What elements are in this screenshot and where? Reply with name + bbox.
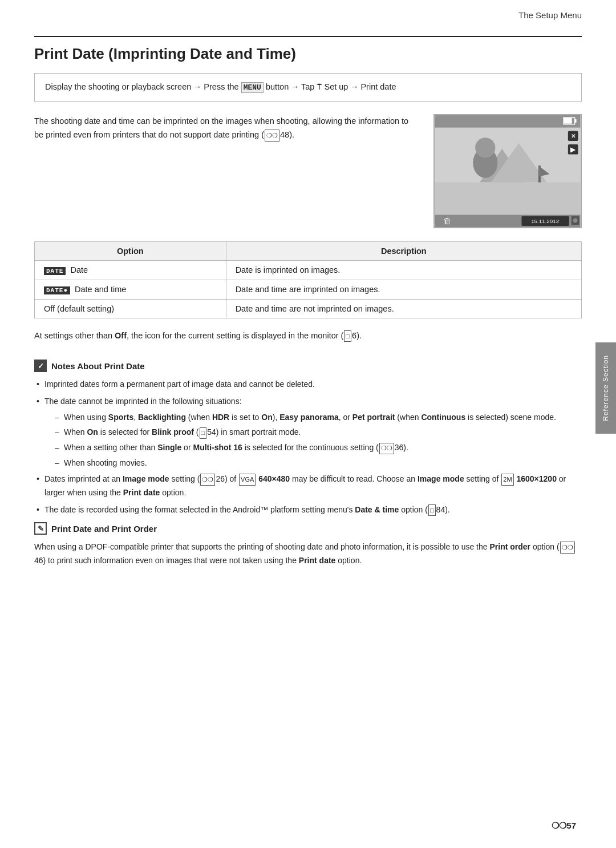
table-cell-desc: Date is imprinted on images.	[226, 260, 581, 280]
table-row: DATE Date Date is imprinted on images.	[35, 260, 582, 280]
list-item: The date cannot be imprinted in the foll…	[34, 395, 582, 469]
note-text: At settings other than Off, the icon for…	[34, 329, 582, 343]
svg-point-21	[573, 218, 578, 223]
notes-section: ✓ Notes About Print Date Imprinted dates…	[34, 360, 582, 568]
bullet-text: Imprinted dates form a permanent part of…	[44, 379, 315, 389]
notes-bullet-list: Imprinted dates form a permanent part of…	[34, 378, 582, 516]
sub-bullet-list: When using Sports, Backlighting (when HD…	[55, 411, 582, 469]
list-item: When shooting movies.	[55, 457, 582, 469]
page-number-text: ❍❍57	[552, 821, 576, 830]
svg-text:✕: ✕	[571, 133, 576, 139]
date-badge: DATE	[44, 267, 66, 275]
table-cell-option: DATE Date	[35, 260, 226, 280]
camera-image: ✕ ▶ 🗑 15.11.2012	[433, 114, 582, 230]
intro-text: The shooting date and time can be imprin…	[34, 116, 408, 140]
instruction-text: Display the shooting or playback screen …	[45, 82, 396, 91]
svg-text:🗑: 🗑	[443, 217, 451, 225]
list-item: When On is selected for Blink proof (□54…	[55, 426, 582, 439]
option-date-label: Date	[70, 265, 88, 274]
bullet-text: The date cannot be imprinted in the foll…	[44, 397, 242, 406]
table-col-option: Option	[35, 241, 226, 260]
header-bar: The Setup Menu	[34, 0, 582, 26]
check-icon: ✓	[34, 360, 47, 372]
table-row: DATE● Date and time Date and time are im…	[35, 280, 582, 299]
list-item: When a setting other than Single or Mult…	[55, 441, 582, 454]
print-order-header: ✎ Print Date and Print Order	[34, 522, 582, 535]
edit-icon: ✎	[34, 522, 47, 535]
content-area: The shooting date and time can be imprin…	[34, 114, 582, 230]
table-cell-option: DATE● Date and time	[35, 280, 226, 299]
table-cell-desc: Date and time are imprinted on images.	[226, 280, 581, 299]
svg-rect-8	[435, 115, 581, 128]
content-text: The shooting date and time can be imprin…	[34, 114, 416, 142]
option-datetime-label: Date and time	[75, 285, 126, 294]
table-col-description: Description	[226, 241, 581, 260]
options-table: Option Description DATE Date Date is imp…	[34, 241, 582, 318]
list-item: Imprinted dates form a permanent part of…	[34, 378, 582, 391]
print-order-text: When using a DPOF-compatible printer tha…	[34, 540, 582, 568]
instruction-box: Display the shooting or playback screen …	[34, 73, 582, 102]
list-item: When using Sports, Backlighting (when HD…	[55, 411, 582, 423]
page-number: ❍❍57	[552, 821, 576, 831]
print-order-title: Print Date and Print Order	[51, 524, 157, 534]
svg-text:▶: ▶	[570, 145, 576, 152]
svg-rect-10	[575, 119, 577, 123]
header-title: The Setup Menu	[518, 10, 582, 20]
svg-text:15.11.2012: 15.11.2012	[531, 218, 559, 224]
table-cell-desc: Date and time are not imprinted on image…	[226, 299, 581, 318]
sidebar-label: Reference Section	[602, 355, 610, 421]
table-cell-option: Off (default setting)	[35, 299, 226, 318]
table-row: Off (default setting) Date and time are …	[35, 299, 582, 318]
page: The Setup Menu Print Date (Imprinting Da…	[0, 0, 616, 848]
notes-title: Notes About Print Date	[51, 361, 145, 371]
svg-point-5	[475, 138, 495, 158]
svg-rect-11	[564, 118, 572, 124]
reference-sidebar: Reference Section	[595, 342, 616, 434]
page-title: Print Date (Imprinting Date and Time)	[34, 36, 582, 63]
camera-screen-svg: ✕ ▶ 🗑 15.11.2012	[433, 114, 582, 228]
date-time-badge: DATE●	[44, 286, 70, 294]
list-item: The date is recorded using the format se…	[34, 503, 582, 517]
notes-header: ✓ Notes About Print Date	[34, 360, 582, 372]
list-item: Dates imprinted at an Image mode setting…	[34, 473, 582, 500]
